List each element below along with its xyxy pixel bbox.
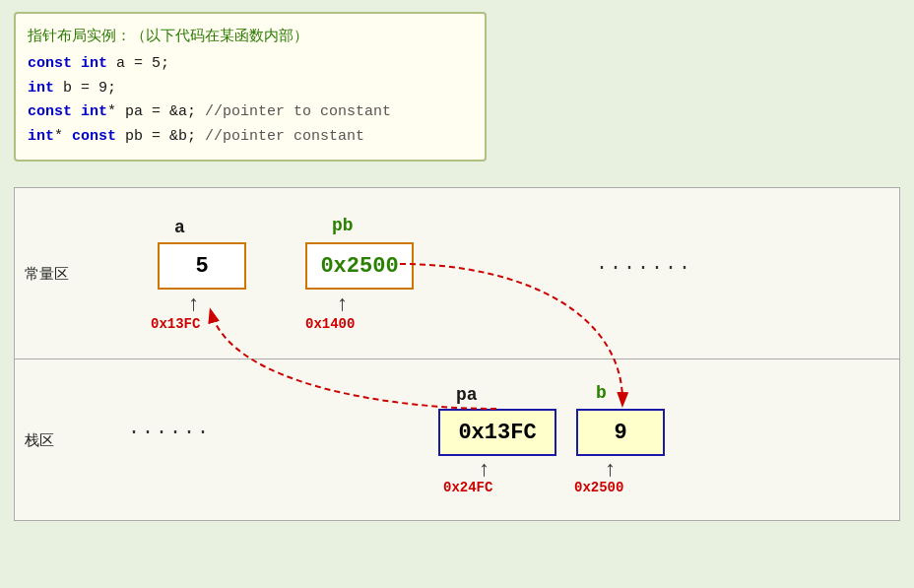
cell-a: 5: [158, 242, 246, 290]
kw-int1: int: [81, 55, 107, 72]
code-block: 指针布局实例：（以下代码在某函数内部） const int a = 5; int…: [14, 12, 487, 162]
arrow-up-pb: ↑: [336, 293, 349, 317]
code-line4-star: *: [54, 128, 72, 145]
comment3: //pointer to constant: [205, 103, 391, 120]
cell-pa: 0x13FC: [438, 409, 556, 456]
kw-int3: int: [81, 103, 107, 120]
addr-a: 0x13FC: [151, 316, 200, 332]
stack-section-label: 栈区: [25, 430, 54, 449]
code-line1-rest: a = 5;: [107, 55, 169, 72]
label-a: a: [174, 218, 185, 237]
arrow-up-a: ↑: [187, 293, 200, 317]
const-section-label: 常量区: [25, 264, 69, 283]
label-pb: pb: [332, 216, 354, 235]
kw-int4: int: [28, 128, 54, 145]
diagram: 常量区 ....... a pb 5 0x2500 ↑ ↑ 0x13FC 0x1…: [14, 187, 900, 578]
cell-pb: 0x2500: [305, 242, 414, 290]
kw-const1: const: [28, 55, 81, 72]
comment4: //pointer constant: [205, 128, 364, 145]
code-comment: 指针布局实例：（以下代码在某函数内部）: [28, 24, 469, 48]
label-b: b: [596, 383, 607, 403]
addr-pa: 0x24FC: [443, 480, 492, 495]
code-line3-rest: * pa = &a;: [107, 103, 205, 120]
const-dots-left: .......: [596, 252, 692, 275]
kw-const3: const: [28, 103, 81, 120]
code-line4-rest: pb = &b;: [116, 128, 205, 145]
code-line3: const int* pa = &a; //pointer to constan…: [28, 100, 469, 125]
stack-section: 栈区 ...... pa b 0x13FC 9 ↑ ↑ 0x24FC 0x250…: [14, 359, 900, 521]
const-section: 常量区 ....... a pb 5 0x2500 ↑ ↑ 0x13FC 0x1…: [14, 187, 900, 359]
label-pa: pa: [456, 385, 478, 405]
code-line4: int* const pb = &b; //pointer constant: [28, 125, 469, 150]
addr-pb: 0x1400: [305, 316, 355, 332]
stack-dots-left: ......: [128, 417, 211, 439]
addr-b: 0x2500: [574, 480, 623, 495]
kw-int2: int: [28, 80, 54, 97]
code-line2-rest: b = 9;: [54, 80, 116, 97]
code-line1: const int a = 5;: [28, 52, 469, 77]
code-line2: int b = 9;: [28, 77, 469, 101]
kw-const4: const: [72, 128, 116, 145]
cell-b: 9: [576, 409, 665, 456]
